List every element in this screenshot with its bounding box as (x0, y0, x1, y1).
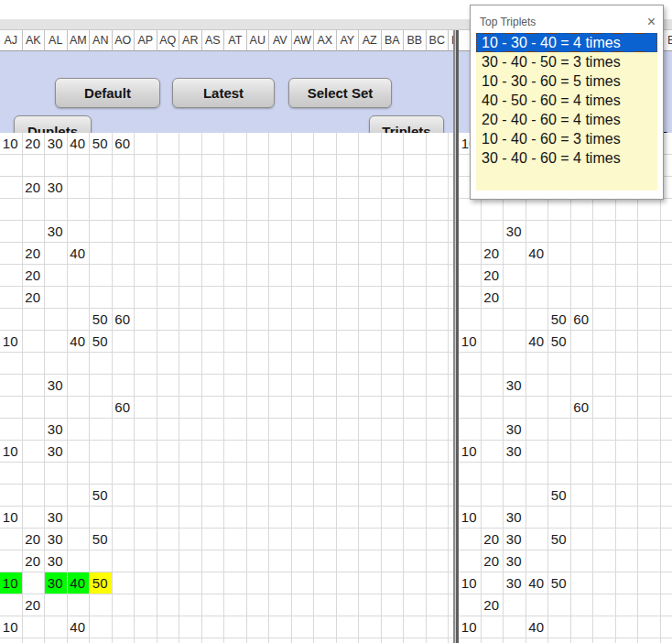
grid-cell[interactable] (45, 287, 68, 309)
grid-cell[interactable] (337, 331, 360, 353)
grid-cell[interactable] (661, 616, 672, 638)
grid-cell[interactable]: 40 (526, 616, 549, 638)
grid-cell[interactable] (292, 309, 315, 331)
grid-cell[interactable] (427, 616, 450, 638)
grid-cell[interactable] (90, 419, 113, 441)
grid-cell[interactable] (382, 507, 405, 529)
grid-cell[interactable] (337, 221, 360, 243)
grid-cell[interactable] (292, 265, 315, 287)
grid-cell[interactable] (427, 485, 450, 507)
grid-cell[interactable] (382, 155, 405, 177)
grid-cell[interactable] (90, 638, 113, 643)
grid-cell[interactable] (157, 485, 180, 507)
grid-cell[interactable] (459, 375, 482, 397)
grid-cell[interactable] (179, 309, 202, 331)
grid-cell[interactable] (179, 441, 202, 463)
grid-cell[interactable] (292, 572, 315, 594)
grid-cell[interactable] (337, 375, 360, 397)
grid-cell[interactable] (482, 221, 504, 243)
grid-cell[interactable] (661, 463, 672, 485)
grid-cell[interactable] (382, 287, 405, 309)
grid-cell[interactable] (224, 287, 247, 309)
grid-cell[interactable] (359, 331, 382, 353)
grid-cell[interactable] (427, 353, 450, 375)
grid-cell[interactable] (404, 507, 427, 529)
grid-cell[interactable] (359, 485, 382, 507)
grid-cell[interactable] (202, 133, 225, 155)
grid-cell[interactable] (359, 221, 382, 243)
grid-cell[interactable] (157, 441, 180, 463)
grid-cell[interactable] (459, 594, 482, 616)
grid-cell[interactable] (247, 397, 270, 419)
grid-cell[interactable] (224, 572, 247, 594)
grid-cell[interactable]: 30 (45, 177, 68, 199)
grid-cell[interactable] (638, 221, 661, 243)
grid-cell[interactable] (135, 287, 157, 309)
close-icon[interactable]: × (647, 16, 656, 28)
grid-cell[interactable] (314, 177, 337, 199)
grid-cell[interactable]: 60 (113, 309, 135, 331)
grid-cell[interactable] (526, 485, 549, 507)
grid-cell[interactable] (157, 550, 180, 572)
grid-cell[interactable] (661, 243, 672, 265)
grid-cell[interactable] (661, 199, 672, 221)
grid-cell[interactable]: 50 (548, 529, 571, 550)
grid-cell[interactable] (314, 199, 337, 221)
column-header[interactable]: AW (292, 30, 315, 51)
grid-cell[interactable]: 10 (0, 507, 23, 529)
grid-cell[interactable] (23, 397, 46, 419)
grid-cell[interactable] (224, 463, 247, 485)
grid-cell[interactable] (202, 550, 225, 572)
popup-title-bar[interactable]: Top Triplets × (471, 5, 663, 33)
grid-cell[interactable] (382, 309, 405, 331)
grid-cell[interactable]: 40 (68, 331, 91, 353)
grid-cell[interactable] (113, 419, 135, 441)
grid-cell[interactable] (482, 375, 504, 397)
grid-cell[interactable] (427, 199, 450, 221)
grid-cell[interactable] (427, 397, 450, 419)
grid-cell[interactable] (382, 419, 405, 441)
grid-cell[interactable] (616, 375, 639, 397)
grid-cell[interactable] (482, 353, 504, 375)
grid-cell[interactable] (593, 353, 616, 375)
grid-cell[interactable] (359, 133, 382, 155)
grid-cell[interactable] (616, 550, 639, 572)
grid-cell[interactable] (202, 155, 225, 177)
grid-cell[interactable] (504, 199, 526, 221)
grid-cell[interactable] (202, 463, 225, 485)
grid-cell[interactable] (661, 221, 672, 243)
column-header[interactable]: AS (202, 30, 225, 51)
grid-cell[interactable] (337, 265, 360, 287)
grid-cell[interactable] (382, 177, 405, 199)
grid-cell[interactable]: 30 (504, 507, 526, 529)
grid-cell[interactable] (593, 199, 616, 221)
grid-cell[interactable] (616, 594, 639, 616)
grid-cell[interactable] (526, 221, 549, 243)
grid-cell[interactable] (382, 485, 405, 507)
grid-cell[interactable] (382, 265, 405, 287)
grid-cell[interactable] (224, 331, 247, 353)
grid-cell[interactable] (404, 177, 427, 199)
grid-cell[interactable] (314, 507, 337, 529)
grid-cell[interactable] (638, 463, 661, 485)
grid-cell[interactable] (90, 463, 113, 485)
grid-cell[interactable] (314, 594, 337, 616)
grid-cell[interactable] (292, 594, 315, 616)
grid-cell[interactable] (157, 309, 180, 331)
grid-cell[interactable] (504, 265, 526, 287)
grid-cell[interactable] (337, 550, 360, 572)
grid-cell[interactable] (45, 397, 68, 419)
grid-cell[interactable]: 40 (526, 572, 549, 594)
grid-cell[interactable] (359, 572, 382, 594)
grid-cell[interactable] (179, 616, 202, 638)
grid-cell[interactable] (593, 441, 616, 463)
grid-cell[interactable] (23, 507, 46, 529)
grid-cell[interactable] (179, 155, 202, 177)
grid-cell[interactable]: 30 (504, 221, 526, 243)
grid-cell[interactable] (359, 199, 382, 221)
grid-cell[interactable] (157, 221, 180, 243)
grid-cell[interactable] (526, 397, 549, 419)
grid-cell[interactable] (404, 463, 427, 485)
grid-cell[interactable]: 40 (68, 616, 91, 638)
grid-cell[interactable] (404, 133, 427, 155)
